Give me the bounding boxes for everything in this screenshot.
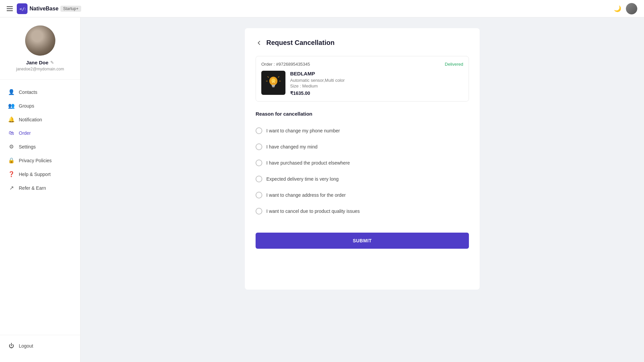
refer-icon: ↗ [8,185,15,191]
order-card: Order : #9726895435345 Delivered [256,56,469,102]
user-avatar-inner [25,25,55,56]
reason-quality[interactable]: I want to cancel due to product quality … [256,203,469,219]
order-card-header: Order : #9726895435345 Delivered [261,62,463,67]
main-content: Request Cancellation Order : #9726895435… [80,17,644,362]
submit-section: SUBMIT [256,233,469,249]
privacy-label: Privacy Policies [19,158,52,163]
reason-delivery[interactable]: Expected delivery time is very long [256,171,469,187]
theme-toggle-icon[interactable]: 🌙 [614,5,621,12]
navbar: </> NativeBase Startup+ 🌙 [0,0,644,17]
user-avatar-nav[interactable] [626,3,637,14]
contacts-label: Contacts [19,89,37,95]
settings-icon: ⚙ [8,143,15,150]
help-icon: ❓ [8,171,15,177]
product-size: Size : Medium [290,83,463,88]
back-arrow-icon [256,40,262,46]
hamburger-menu[interactable] [7,6,13,11]
reason-phone[interactable]: I want to change my phone number [256,123,469,139]
logout-label: Logout [19,343,33,349]
page-title: Request Cancellation [266,39,334,47]
sidebar-item-refer-earn[interactable]: ↗ Refer & Earn [0,181,80,195]
app-layout: Jane Doe ✎ janedoe2@mydomain.com 👤 Conta… [0,17,644,362]
privacy-icon: 🔒 [8,157,15,164]
help-label: Help & Support [19,172,51,177]
settings-label: Settings [19,144,36,149]
reason-address-label: I want to change address for the order [266,192,346,198]
user-name-row: Jane Doe ✎ [26,60,54,65]
page-header: Request Cancellation [256,39,469,47]
notification-icon: 🔔 [8,116,15,123]
logo-icon: </> [17,3,28,14]
sidebar: Jane Doe ✎ janedoe2@mydomain.com 👤 Conta… [0,17,80,362]
svg-rect-3 [272,86,275,87]
logout-icon: ⏻ [8,343,15,349]
logo-svg: </> [19,5,25,12]
sidebar-item-notification[interactable]: 🔔 Notification [0,113,80,126]
radio-circle-elsewhere[interactable] [256,160,262,166]
radio-group: I want to change my phone number I have … [256,123,469,219]
svg-point-5 [271,78,275,82]
app-badge: Startup+ [60,6,81,12]
radio-circle-mind[interactable] [256,143,262,150]
product-name: BEDLAMP [290,71,463,76]
notification-label: Notification [19,117,42,122]
order-id: Order : #9726895435345 [261,62,310,67]
order-status-badge: Delivered [445,62,463,67]
product-description: Automatic sensor,Multi color [290,78,463,83]
edit-icon[interactable]: ✎ [50,60,54,65]
sidebar-item-privacy-policies[interactable]: 🔒 Privacy Policies [0,154,80,167]
app-name: NativeBase [30,6,58,12]
user-email: janedoe2@mydomain.com [16,67,64,71]
product-info: BEDLAMP Automatic sensor,Multi color Siz… [290,71,463,96]
sidebar-item-settings[interactable]: ⚙ Settings [0,140,80,154]
user-profile: Jane Doe ✎ janedoe2@mydomain.com [0,25,80,80]
groups-icon: 👥 [8,103,15,109]
navbar-left: </> NativeBase Startup+ [7,3,81,14]
radio-circle-quality[interactable] [256,208,262,215]
sidebar-item-groups[interactable]: 👥 Groups [0,99,80,113]
svg-rect-2 [272,85,275,86]
user-avatar-sidebar [25,25,55,56]
svg-line-6 [268,76,269,77]
nav-menu: 👤 Contacts 👥 Groups 🔔 Notification 🛍 Ord… [0,80,80,335]
product-price: ₹1635.00 [290,90,463,96]
refer-label: Refer & Earn [19,185,46,191]
sidebar-item-contacts[interactable]: 👤 Contacts [0,85,80,99]
reason-elsewhere-label: I have purchased the product elsewhere [266,160,350,166]
back-button[interactable] [256,40,262,46]
radio-circle-delivery[interactable] [256,176,262,182]
reason-phone-label: I want to change my phone number [266,128,340,133]
product-image [261,71,285,95]
sidebar-item-order[interactable]: 🛍 Order [0,126,80,140]
sidebar-item-help-support[interactable]: ❓ Help & Support [0,167,80,181]
logo: </> NativeBase Startup+ [17,3,81,14]
svg-line-7 [278,76,279,77]
sidebar-footer: ⏻ Logout [0,335,80,357]
reason-quality-label: I want to cancel due to product quality … [266,208,360,214]
svg-rect-4 [272,86,275,87]
reason-mind[interactable]: I have changed my mind [256,139,469,155]
cancellation-reason-section: Reason for cancellation I want to change… [256,111,469,219]
radio-circle-address[interactable] [256,192,262,198]
user-name: Jane Doe [26,60,49,65]
page-container: Request Cancellation Order : #9726895435… [245,28,480,290]
logout-button[interactable]: ⏻ Logout [0,339,80,353]
svg-text:</>: </> [19,6,25,11]
groups-label: Groups [19,103,34,109]
order-label: Order [19,130,31,136]
submit-button[interactable]: SUBMIT [256,233,469,249]
reason-elsewhere[interactable]: I have purchased the product elsewhere [256,155,469,171]
reason-address[interactable]: I want to change address for the order [256,187,469,203]
navbar-right: 🌙 [614,3,637,14]
avatar-image [626,3,637,14]
reason-section-title: Reason for cancellation [256,111,469,117]
order-item: BEDLAMP Automatic sensor,Multi color Siz… [261,71,463,96]
contacts-icon: 👤 [8,89,15,95]
order-icon: 🛍 [8,130,15,136]
reason-delivery-label: Expected delivery time is very long [266,176,339,182]
bulb-svg-icon [265,74,282,92]
radio-circle-phone[interactable] [256,127,262,134]
reason-mind-label: I have changed my mind [266,144,318,149]
